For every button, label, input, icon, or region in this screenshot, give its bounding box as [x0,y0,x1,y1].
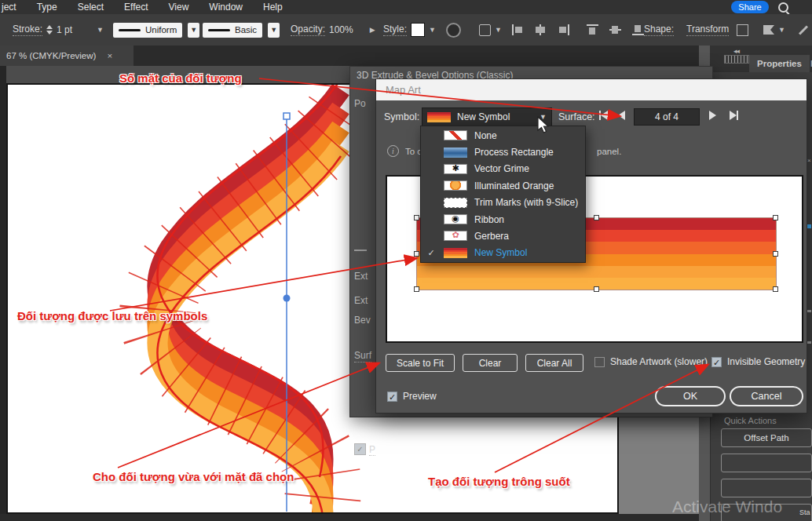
preview-checkbox-dim[interactable]: ✓ [354,443,366,455]
brush-stroke-icon [208,29,230,31]
menu-item-ribbon[interactable]: Ribbon [421,211,585,228]
selection-handle[interactable] [773,215,778,220]
align-left-icon[interactable] [512,24,524,35]
shade-artwork-row: Shade Artwork (slower) [594,356,708,367]
preview-row: ✓ Preview [387,391,437,402]
tab-libraries[interactable]: Libr [807,55,812,72]
align-right-icon[interactable] [558,24,569,35]
tab-properties[interactable]: Properties [749,55,810,72]
transform-label[interactable]: Transform [686,24,729,36]
stroke-stepper[interactable] [46,25,53,35]
align-middle-icon[interactable] [609,24,621,35]
align-top-icon[interactable] [587,24,598,35]
last-surface-button[interactable] [730,111,738,120]
shape-label[interactable]: Shape: [644,24,674,36]
stroke-profile-icon [119,29,141,31]
selection-handle[interactable] [594,286,599,292]
selection-handle[interactable] [594,215,599,220]
surface-label-partial: Surf [354,350,371,363]
illuminated-orange-swatch-icon [444,180,467,191]
cancel-button[interactable]: Cancel [730,386,803,406]
document-setup-icon[interactable] [446,23,461,38]
chevron-down-icon[interactable]: ▼ [495,26,502,34]
shade-artwork-checkbox[interactable] [594,357,605,367]
panel-edge-sliver: × [807,78,812,416]
isolate-selection-icon[interactable] [737,24,748,36]
stroke-value[interactable]: 1 pt [57,24,72,35]
document-tab-title: 67 % (CMYK/Preview) [6,51,96,60]
quick-action-button[interactable] [721,479,812,497]
control-bar: Stroke: 1 pt ▼ Uniform ▼ Basic ▼ Opacity… [0,14,812,46]
document-tab[interactable]: 67 % (CMYK/Preview) × [0,46,134,66]
artboard-icon[interactable] [479,24,491,36]
menu-item-process-rectangle[interactable]: Process Rectangle [421,144,585,160]
gerbera-swatch-icon [444,231,467,241]
menu-item-gerbera[interactable]: Gerbera [421,228,585,244]
next-surface-button[interactable] [709,111,716,120]
align-bottom-icon[interactable] [632,24,644,35]
menu-item-vector-grime[interactable]: Vector Grime [421,161,585,177]
preview-checkbox[interactable]: ✓ [387,392,397,402]
quick-action-button[interactable] [721,454,812,472]
stroke-label[interactable]: Stroke: [13,24,42,36]
first-surface-button[interactable] [599,111,608,120]
opacity-label[interactable]: Opacity: [291,24,325,36]
menu-item-type[interactable]: Type [27,2,68,13]
menu-item-none[interactable]: None [421,127,585,144]
invisible-geometry-row: ✓ Invisible Geometry [711,356,805,367]
scale-to-fit-button[interactable]: Scale to Fit [386,354,455,372]
selection-handle[interactable] [414,286,419,292]
ok-button[interactable]: OK [655,386,726,406]
chevron-down-icon[interactable]: ▼ [97,26,104,34]
close-icon[interactable]: × [807,157,811,164]
share-button[interactable]: Share [731,1,769,13]
invisible-geometry-checkbox[interactable]: ✓ [711,357,722,367]
process-rectangle-swatch-icon [444,148,467,158]
opacity-value[interactable]: 100% [329,24,353,35]
pasteboard-bottom [0,514,711,521]
chevron-down-icon[interactable]: ▼ [188,23,199,38]
check-icon: ✓ [426,248,437,258]
pen-icon[interactable] [799,25,808,35]
search-icon[interactable] [778,2,788,13]
map-art-title-bar[interactable]: Map Art [376,79,807,100]
selection-handle[interactable] [773,251,778,257]
menu-item-object[interactable]: ject [0,2,27,13]
mapped-stripe [417,266,776,278]
selection-handle[interactable] [414,251,419,257]
variable-width-dropdown[interactable]: Uniform [113,23,182,38]
menu-item-window[interactable]: Window [199,2,253,13]
style-label[interactable]: Style: [383,24,407,36]
symbol-swatch [427,112,451,122]
clear-all-button[interactable]: Clear All [525,354,583,372]
align-center-icon[interactable] [535,24,547,35]
chevron-down-icon[interactable]: ▼ [429,26,436,34]
menu-item-effect[interactable]: Effect [114,2,158,13]
surface-field[interactable]: 4 of 4 [634,108,700,126]
selection-handle[interactable] [773,286,778,292]
menu-item-help[interactable]: Help [253,2,293,13]
symbol-dropdown[interactable]: New Symbol ▼ [422,107,552,126]
style-swatch[interactable] [411,23,425,37]
menu-item-illuminated-orange[interactable]: Illuminated Orange [421,177,585,194]
chevron-down-icon[interactable]: ▼ [778,26,785,34]
menu-item-view[interactable]: View [159,2,199,13]
selection-handle[interactable] [414,215,419,220]
previous-surface-button[interactable] [618,111,625,120]
panel-mark [807,310,811,312]
clear-button[interactable]: Clear [463,354,518,372]
menu-item-select[interactable]: Select [68,2,114,13]
collapse-panel-icon[interactable]: ◂◂ [733,47,739,55]
brush-dropdown[interactable]: Basic [203,23,262,38]
mouse-cursor [537,116,551,135]
dialog-divider [354,250,367,251]
close-icon[interactable]: × [107,51,112,60]
position-label-partial: Po [354,98,366,109]
menu-item-new-symbol[interactable]: ✓New Symbol [421,245,585,261]
watermark-corner-text: Sta [799,508,810,516]
chevron-right-icon[interactable]: ▶ [370,26,375,34]
chevron-down-icon[interactable]: ▼ [268,23,280,38]
select-similar-icon[interactable] [763,25,774,35]
offset-path-button[interactable]: Offset Path [721,428,812,447]
menu-item-trim-marks[interactable]: Trim Marks (with 9-Slice) [421,195,585,211]
